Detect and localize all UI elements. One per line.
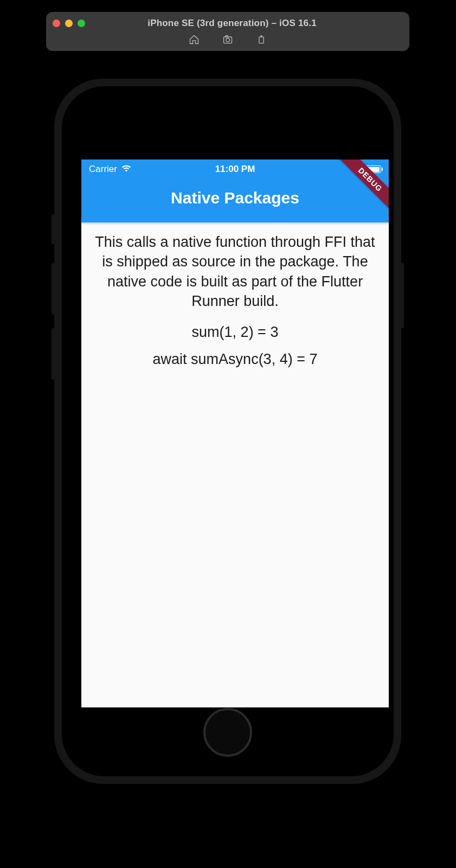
mute-switch[interactable] [52,214,55,244]
status-bar: Carrier 11:00 PM [81,159,389,179]
carrier-label: Carrier [89,164,117,175]
home-icon[interactable] [188,34,200,46]
async-result-text: await sumAsync(3, 4) = 7 [92,348,378,371]
rotate-icon[interactable] [255,34,267,46]
screenshot-icon[interactable] [222,34,234,46]
phone-frame: Carrier 11:00 PM Native Packages DEBUG T… [54,79,401,784]
app-bar-title: Native Packages [81,179,389,217]
close-window-button[interactable] [53,20,60,27]
wifi-icon [121,164,131,175]
sync-result-text: sum(1, 2) = 3 [92,321,378,344]
svg-rect-3 [259,37,264,43]
app-bar: Carrier 11:00 PM Native Packages DEBUG [81,159,389,222]
svg-point-1 [226,38,230,42]
svg-rect-0 [224,37,232,43]
simulator-titlebar: iPhone SE (3rd generation) – iOS 16.1 [46,12,409,51]
simulator-toolbar [53,32,403,47]
phone-bezel: Carrier 11:00 PM Native Packages DEBUG T… [62,86,394,776]
volume-down-button[interactable] [52,328,55,380]
home-button[interactable] [203,708,252,757]
simulator-window-title: iPhone SE (3rd generation) – iOS 16.1 [61,18,403,29]
power-button[interactable] [401,263,404,328]
main-content: This calls a native function through FFI… [81,222,389,385]
volume-up-button[interactable] [52,263,55,315]
phone-screen: Carrier 11:00 PM Native Packages DEBUG T… [81,159,389,707]
status-time: 11:00 PM [215,164,255,175]
svg-rect-2 [226,35,228,37]
description-text: This calls a native function through FFI… [92,232,378,311]
